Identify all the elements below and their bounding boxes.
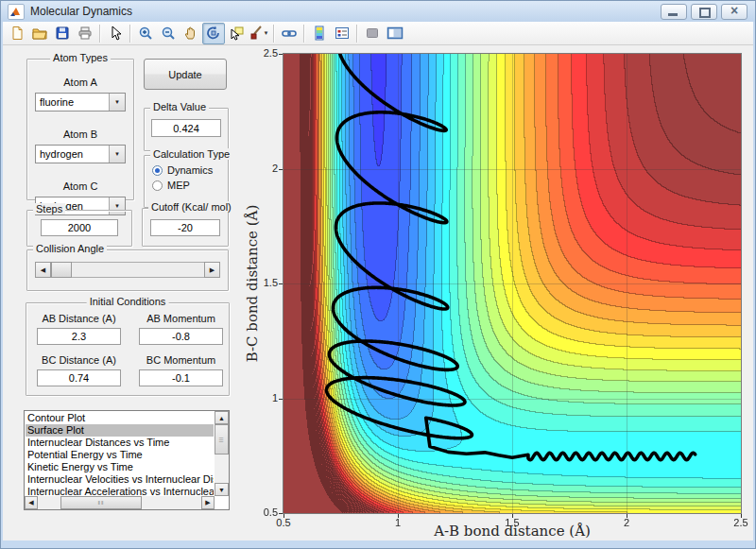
plain-panel-icon xyxy=(365,26,380,41)
list-item[interactable]: Surface Plot xyxy=(26,424,214,437)
bc-momentum-label: BC Momentum xyxy=(139,354,223,366)
atom-c-label: Atom C xyxy=(63,180,98,192)
ab-distance-field[interactable] xyxy=(37,328,121,345)
toolbar-separator xyxy=(356,25,358,43)
insert-legend-button[interactable] xyxy=(331,23,353,44)
calculation-type-panel: Calculation Type Dynamics MEP xyxy=(144,155,229,208)
toolbar-separator xyxy=(99,25,101,43)
bc-distance-field[interactable] xyxy=(37,369,121,386)
bc-momentum-field[interactable] xyxy=(139,369,223,386)
legend-icon xyxy=(335,26,350,41)
vertical-scroll-thumb[interactable]: ☰ xyxy=(215,424,229,455)
cutoff-field[interactable] xyxy=(150,219,220,236)
printer-icon xyxy=(77,26,93,41)
initial-conditions-panel: Initial Conditions AB Distance (A) AB Mo… xyxy=(26,302,230,396)
x-tick-mark xyxy=(741,514,742,518)
y-tick-label: 1.5 xyxy=(238,277,278,288)
pan-button[interactable] xyxy=(180,23,202,44)
slider-right-arrow[interactable]: ▶ xyxy=(204,262,220,278)
vertical-scrollbar[interactable]: ▲ ☰ ▼ xyxy=(215,411,229,496)
application-window: Molecular Dynamics xyxy=(0,0,756,549)
brush-data-button[interactable]: ▼ xyxy=(248,23,270,44)
dropdown-caret-icon[interactable]: ▼ xyxy=(264,30,269,36)
toolbar-separator xyxy=(129,25,131,43)
ab-momentum-field[interactable] xyxy=(139,328,223,345)
plot-type-listbox-items: Contour PlotSurface PlotInternuclear Dis… xyxy=(26,412,214,495)
dock-figure-icon xyxy=(387,26,404,41)
atom-types-panel: Atom Types Atom A fluorine ▼ Atom B hydr… xyxy=(26,59,134,200)
horizontal-scrollbar[interactable]: ◀ ‖‖ ▶ xyxy=(25,496,215,509)
print-figure-button[interactable] xyxy=(74,23,96,44)
hide-plot-tools-button[interactable] xyxy=(361,23,384,44)
save-figure-button[interactable] xyxy=(51,23,74,44)
x-tick-label: 0.5 xyxy=(265,517,302,528)
collision-angle-panel: Collision Angle ◀ ▶ xyxy=(26,249,229,291)
y-tick-label: 2.5 xyxy=(238,47,278,59)
atom-b-select[interactable]: hydrogen ▼ xyxy=(35,145,126,163)
edit-plot-button[interactable] xyxy=(104,23,127,44)
panel-title: Steps xyxy=(33,203,65,214)
slider-left-arrow[interactable]: ◀ xyxy=(35,262,51,278)
title-bar[interactable]: Molecular Dynamics xyxy=(1,1,755,22)
delta-value-field[interactable] xyxy=(151,119,221,137)
x-tick-label: 2 xyxy=(608,517,645,528)
delta-value-panel: Delta Value xyxy=(144,108,229,151)
update-button[interactable]: Update xyxy=(144,59,227,90)
restore-button[interactable] xyxy=(691,4,717,20)
slider-thumb[interactable] xyxy=(51,262,72,278)
scroll-right-arrow[interactable]: ▶ xyxy=(201,496,215,509)
collision-angle-slider: ◀ ▶ xyxy=(35,262,220,278)
open-file-button[interactable] xyxy=(28,23,51,44)
radio-label: MEP xyxy=(167,180,190,191)
steps-field[interactable] xyxy=(41,219,118,236)
radio-button-icon[interactable] xyxy=(152,165,163,176)
chevron-down-icon[interactable]: ▼ xyxy=(109,94,125,111)
show-plot-tools-dock-button[interactable] xyxy=(384,23,406,44)
radio-button-icon[interactable] xyxy=(152,180,163,191)
new-figure-button[interactable] xyxy=(6,23,28,44)
panel-title: Atom Types xyxy=(50,52,111,63)
scroll-up-arrow[interactable]: ▲ xyxy=(215,411,229,424)
y-tick-mark xyxy=(279,54,283,55)
ab-momentum-label: AB Momentum xyxy=(139,313,223,324)
slider-track[interactable] xyxy=(51,262,204,278)
list-item[interactable]: Potential Energy vs Time xyxy=(26,449,214,461)
scroll-down-arrow[interactable]: ▼ xyxy=(215,483,229,496)
minimize-button[interactable] xyxy=(661,4,687,20)
y-tick-label: 2 xyxy=(238,163,278,174)
link-plot-button[interactable] xyxy=(278,23,301,44)
radio-mep[interactable]: MEP xyxy=(152,180,228,191)
contour-plot-canvas[interactable] xyxy=(284,54,741,513)
list-item[interactable]: Contour Plot xyxy=(26,412,214,424)
close-button[interactable] xyxy=(721,4,747,20)
insert-colorbar-button[interactable] xyxy=(308,23,331,44)
panel-title: Collision Angle xyxy=(33,243,107,254)
y-tick-mark xyxy=(279,399,283,400)
window-title: Molecular Dynamics xyxy=(30,5,132,18)
data-cursor-icon xyxy=(229,26,244,41)
list-item[interactable]: Kinetic Energy vs Time xyxy=(26,461,214,473)
y-tick-label: 1 xyxy=(238,392,278,403)
radio-dynamics[interactable]: Dynamics xyxy=(152,164,228,176)
colorbar-icon xyxy=(312,26,327,41)
y-tick-mark xyxy=(279,283,283,284)
zoom-out-icon xyxy=(161,26,176,41)
list-item[interactable]: Internuclear Distances vs Time xyxy=(26,437,214,449)
plot-type-listbox[interactable]: Contour PlotSurface PlotInternuclear Dis… xyxy=(24,410,230,510)
chevron-down-icon[interactable]: ▼ xyxy=(109,146,125,163)
list-item[interactable]: Internuclear Velocities vs Internuclear … xyxy=(26,473,214,486)
horizontal-scroll-thumb[interactable]: ‖‖ xyxy=(60,496,142,509)
list-item[interactable]: Internuclear Accelerations vs Internucle… xyxy=(26,486,214,495)
atom-a-select[interactable]: fluorine ▼ xyxy=(35,93,126,112)
atom-a-value: fluorine xyxy=(36,96,109,108)
bc-distance-label: BC Distance (A) xyxy=(37,354,121,366)
zoom-out-button[interactable] xyxy=(157,23,180,44)
scroll-left-arrow[interactable]: ◀ xyxy=(25,496,38,509)
panel-title: Delta Value xyxy=(150,101,209,112)
toolbar-separator xyxy=(303,25,305,43)
data-cursor-button[interactable] xyxy=(225,23,248,44)
panel-title: Calculation Type xyxy=(150,148,232,160)
zoom-in-button[interactable] xyxy=(134,23,157,44)
atom-b-label: Atom B xyxy=(63,129,97,140)
rotate-3d-button[interactable] xyxy=(202,23,225,44)
